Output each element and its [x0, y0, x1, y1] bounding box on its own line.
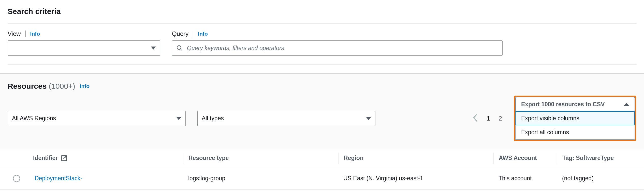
resources-title: Resources [8, 82, 47, 91]
region-filter-value: All AWS Regions [12, 115, 56, 122]
pagination-page-2[interactable]: 2 [499, 115, 502, 122]
table-header: Identifier Resource type Region AWS Acco… [0, 149, 644, 167]
resources-panel: Resources (1000+) Info All AWS Regions A… [0, 73, 644, 190]
column-tag-label: Tag: SoftwareType [562, 155, 614, 161]
export-csv-label: Export 1000 resources to CSV [521, 101, 605, 108]
view-field: View Info [8, 30, 160, 56]
pagination-prev[interactable] [473, 114, 478, 123]
svg-line-1 [180, 49, 182, 50]
divider [193, 31, 193, 37]
row-selector-cell [0, 175, 28, 182]
column-resource-type[interactable]: Resource type [183, 153, 338, 164]
caret-up-icon [624, 103, 629, 106]
search-criteria-row: View Info Query Info Query keywords, fil… [8, 23, 636, 65]
divider [25, 31, 26, 37]
column-account-label: AWS Account [499, 155, 537, 161]
column-region[interactable]: Region [338, 153, 493, 164]
row-resource-type: logs:log-group [183, 175, 338, 182]
column-resource-type-label: Resource type [188, 155, 229, 161]
view-label-row: View Info [8, 30, 160, 37]
table-row: DeploymentStack- logs:log-group US East … [0, 167, 644, 190]
pagination-page-1[interactable]: 1 [487, 115, 490, 122]
row-select-radio[interactable] [13, 175, 20, 182]
search-criteria-panel: Search criteria View Info Query Info [0, 0, 644, 73]
query-label: Query [172, 30, 188, 37]
row-region: US East (N. Virginia) us-east-1 [338, 175, 493, 182]
type-filter-select[interactable]: All types [197, 111, 375, 126]
resources-count: (1000+) [49, 82, 75, 91]
caret-down-icon [366, 117, 371, 120]
column-account[interactable]: AWS Account [493, 153, 557, 164]
row-tag: (not tagged) [557, 175, 638, 182]
view-info-link[interactable]: Info [30, 31, 40, 37]
query-field: Query Info Query keywords, filters and o… [172, 30, 503, 56]
column-region-label: Region [344, 155, 363, 161]
query-input[interactable]: Query keywords, filters and operators [172, 40, 503, 56]
query-info-link[interactable]: Info [198, 31, 208, 37]
search-criteria-title: Search criteria [8, 7, 636, 16]
resources-header: Resources (1000+) Info [0, 82, 644, 96]
column-tag[interactable]: Tag: SoftwareType [557, 153, 638, 164]
resources-info-link[interactable]: Info [80, 83, 90, 89]
row-identifier-link[interactable]: DeploymentStack- [28, 175, 183, 182]
export-visible-columns-item[interactable]: Export visible columns [516, 111, 635, 125]
chevron-left-icon [473, 114, 478, 122]
search-icon [176, 45, 183, 51]
query-label-row: Query Info [172, 30, 503, 37]
export-csv-button[interactable]: Export 1000 resources to CSV [515, 97, 635, 111]
svg-point-0 [177, 46, 181, 49]
resources-filters-row: All AWS Regions All types 1 2 Export 100… [0, 96, 644, 149]
pagination: 1 2 [473, 114, 502, 123]
column-identifier-label: Identifier [33, 155, 58, 161]
view-select[interactable] [8, 40, 160, 56]
query-placeholder: Query keywords, filters and operators [187, 45, 284, 52]
view-label: View [8, 30, 21, 37]
row-account: This account [493, 175, 557, 182]
resources-table: Identifier Resource type Region AWS Acco… [0, 149, 644, 190]
export-menu: Export visible columns Export all column… [515, 111, 635, 140]
column-selector [0, 153, 28, 164]
export-all-columns-item[interactable]: Export all columns [516, 125, 635, 139]
caret-down-icon [176, 117, 181, 120]
region-filter-select[interactable]: All AWS Regions [8, 111, 186, 126]
type-filter-value: All types [202, 115, 224, 122]
column-identifier[interactable]: Identifier [28, 153, 183, 164]
export-highlight-frame: Export 1000 resources to CSV Export visi… [514, 96, 636, 141]
export-dropdown: Export 1000 resources to CSV Export visi… [514, 96, 636, 141]
caret-down-icon [151, 47, 156, 50]
external-link-icon [61, 155, 67, 161]
